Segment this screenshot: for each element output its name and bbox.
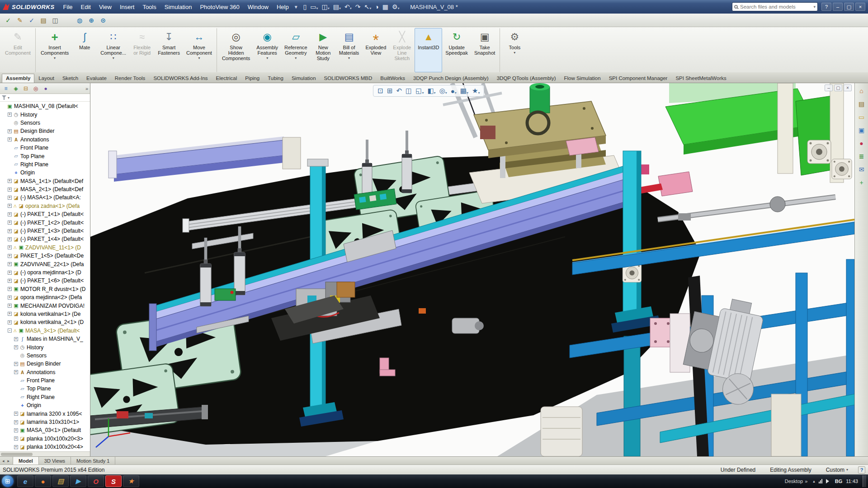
tree-item[interactable]: + planka 100x100x20<3>	[0, 435, 90, 443]
tree-item[interactable]: + MASA_1<1> (Default<Def	[0, 177, 90, 185]
tree-item[interactable]: + kolona vertikalna<1> (De	[0, 310, 90, 318]
tab-solidworks-add-ins[interactable]: SOLIDWORKS Add-Ins	[149, 74, 212, 83]
expand-icon[interactable]: +	[8, 296, 12, 300]
tab-render-tools[interactable]: Render Tools	[111, 74, 150, 83]
solidworks-forum-tab[interactable]: ✉	[857, 164, 867, 174]
volume-icon[interactable]	[826, 479, 831, 483]
tab-3d-views[interactable]: 3D Views	[39, 457, 71, 465]
tab-builtworks[interactable]: BuiltWorks	[376, 74, 409, 83]
collapse-panel-button[interactable]: »	[85, 86, 88, 91]
expand-icon[interactable]: +	[8, 237, 12, 241]
help-button[interactable]: ?	[821, 3, 831, 11]
reference-geometry-button[interactable]: Reference Geometry ▾	[281, 28, 311, 72]
menu-help[interactable]: Help	[273, 2, 293, 12]
tools-button[interactable]: Tools ▾	[502, 28, 527, 72]
tree-item[interactable]: + (-) opora mejdinna<1> (D	[0, 268, 90, 277]
tree-item[interactable]: + MECHANIZAM POVDIGA!	[0, 301, 90, 310]
view-settings-button[interactable]: ★ ▾	[471, 86, 481, 95]
display-style-button[interactable]: ◧ ▾	[426, 86, 437, 95]
tab-3dqp-qtools[interactable]: 3DQP QTools (Assembly)	[493, 74, 560, 83]
tree-item[interactable]: + MOTOR R_R dvustr<1> (D	[0, 285, 90, 293]
zoom-fit-button[interactable]: ⊡	[376, 86, 385, 95]
solidworks-app[interactable]: S	[105, 475, 122, 487]
expand-icon[interactable]: +	[8, 204, 12, 208]
expand-icon[interactable]: +	[14, 436, 18, 441]
tree-item[interactable]: - MASA_3<1> (Default<	[0, 327, 90, 335]
tree-item[interactable]: + lamarina 310x310<1>	[0, 418, 90, 426]
utility-app[interactable]: ★	[123, 475, 139, 487]
file-explorer-app[interactable]: ▤	[52, 475, 69, 487]
tree-item[interactable]: + kolona vertikalna_2<1> (D	[0, 318, 90, 326]
apply-scene-button[interactable]: ▦ ▾	[459, 86, 470, 95]
edrawings-publish-button[interactable]: ◍	[74, 15, 85, 26]
viewport-close-button[interactable]: ×	[844, 84, 852, 91]
compare-documents-button[interactable]: ◫	[50, 15, 61, 26]
tree-item[interactable]: Front Plane	[0, 376, 90, 385]
expand-icon[interactable]: +	[14, 428, 18, 432]
assembly-features-button[interactable]: Assembly Features ▾	[253, 28, 281, 72]
clock[interactable]: 11:43	[846, 479, 858, 484]
3d-model-canvas[interactable]	[90, 83, 854, 456]
edit-appearance-button[interactable]: ● ▾	[449, 87, 458, 95]
tree-item[interactable]: + ZADVIVANE_22<1> (Defa	[0, 260, 90, 268]
expand-icon[interactable]: +	[8, 188, 12, 192]
open-document-button[interactable]: ▭ ▾	[309, 2, 319, 11]
tree-item[interactable]: + opora zadna<1> (Defa	[0, 202, 90, 210]
smart-fasteners-button[interactable]: Smart Fasteners	[155, 28, 183, 72]
save-button[interactable]: ◫ ▾	[321, 2, 331, 11]
displaymanager-tab[interactable]: ●	[42, 85, 50, 92]
expand-icon[interactable]: +	[8, 137, 12, 141]
tab-evaluate[interactable]: Evaluate	[82, 74, 111, 83]
view-orientation-button[interactable]: ◱ ▾	[414, 86, 425, 95]
start-button[interactable]: ⊞	[2, 475, 14, 487]
tree-item[interactable]: Origin	[0, 169, 90, 177]
instant3d-button[interactable]: Instant3D	[415, 28, 442, 72]
graphics-area[interactable]: ⊡ ⊞ ↶ ◫	[90, 83, 854, 456]
expand-icon[interactable]: +	[14, 445, 18, 449]
file-properties-button[interactable]: ▦	[381, 2, 390, 11]
browser-app[interactable]: ●	[35, 475, 51, 487]
expand-icon[interactable]: +	[14, 345, 18, 349]
tree-item[interactable]: Right Plane	[0, 393, 90, 401]
language-indicator[interactable]: BG	[835, 479, 843, 484]
minimize-button[interactable]: –	[833, 3, 843, 11]
tree-item[interactable]: MASHINA_V_08 (Default<	[0, 102, 90, 110]
mate-button[interactable]: Mate	[72, 28, 97, 72]
viewport-restore-button[interactable]: ▢	[834, 84, 842, 91]
expand-icon[interactable]: +	[8, 221, 12, 225]
expand-icon[interactable]: +	[8, 304, 12, 308]
tree-item[interactable]: + Annotations	[0, 136, 90, 144]
opera-app[interactable]: O	[88, 475, 104, 487]
network-icon[interactable]	[819, 479, 822, 483]
zoom-modify-button[interactable]: ⊕	[86, 15, 97, 26]
expand-icon[interactable]: +	[8, 320, 12, 324]
tree-item[interactable]: Front Plane	[0, 144, 90, 152]
expand-icon[interactable]: +	[14, 412, 18, 416]
configurationmanager-tab[interactable]: ⊟	[22, 85, 30, 92]
custom-properties-tab[interactable]: ≣	[857, 151, 867, 161]
zoom-area-button[interactable]: ⊞	[386, 86, 394, 95]
tree-item[interactable]: + (-) MASA<1> (Default<A:	[0, 193, 90, 202]
tree-item[interactable]: Top Plane	[0, 385, 90, 393]
design-library-tab[interactable]: ▤	[857, 99, 867, 109]
design-checker-build-button[interactable]: ✓	[26, 15, 37, 26]
update-speedpak-button[interactable]: Update Speedpak	[442, 28, 471, 72]
tab-layout[interactable]: Layout	[34, 74, 58, 83]
tree-item[interactable]: + MASA_03<1> (Default	[0, 426, 90, 434]
tab-piping[interactable]: Piping	[241, 74, 264, 83]
scrollbar-thumb[interactable]	[1, 453, 33, 456]
menu-edit[interactable]: Edit	[77, 2, 95, 12]
tree-item[interactable]: Sensors	[0, 119, 90, 127]
tree-item[interactable]: + (-) PAKET_1<2> (Default<	[0, 218, 90, 226]
expand-icon[interactable]: +	[8, 254, 12, 258]
show-hidden-components-button[interactable]: Show Hidden Components	[219, 28, 253, 72]
tree-horizontal-scrollbar[interactable]	[0, 451, 90, 456]
tree-item[interactable]: + History	[0, 110, 90, 118]
tab-solidworks-mbd[interactable]: SOLIDWORKS MBD	[320, 74, 377, 83]
expand-icon[interactable]: +	[8, 245, 12, 249]
take-snapshot-button[interactable]: Take Snapshot	[471, 28, 500, 72]
expand-icon[interactable]: +	[8, 262, 12, 266]
tree-item[interactable]: + Design Binder	[0, 360, 90, 368]
tree-item[interactable]: + PAKET_1<5> (Default<De	[0, 252, 90, 260]
tab-simulation[interactable]: Simulation	[288, 74, 320, 83]
